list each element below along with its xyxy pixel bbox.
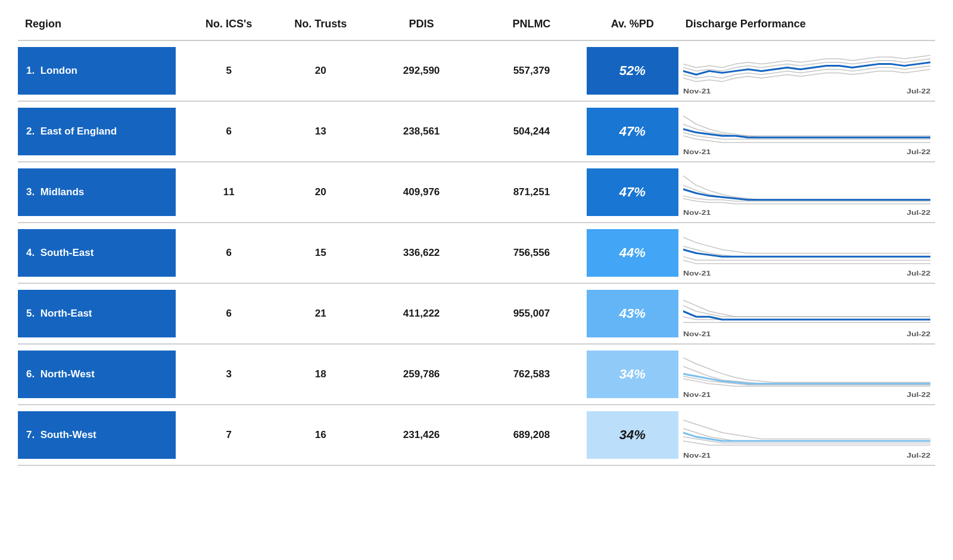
- pnlmc-cell-london: 557,379: [476, 40, 587, 101]
- region-rank: 5.: [26, 308, 41, 320]
- pdis-cell-east-of-england: 238,561: [366, 101, 476, 162]
- svg-text:Nov-21: Nov-21: [683, 452, 711, 457]
- region-rank: 1.: [26, 65, 41, 77]
- region-label-north-west: 6. North-West: [18, 351, 176, 398]
- ics-cell-london: 5: [183, 40, 275, 101]
- trusts-cell-south-east: 15: [275, 223, 366, 283]
- table-row-london: 1. London520292,590557,37952%Nov-21Jul-2…: [18, 40, 935, 101]
- table-row-south-east: 4. South-East615336,622756,55644%Nov-21J…: [18, 223, 935, 283]
- header-ics: No. ICS's: [183, 12, 275, 40]
- ics-cell-east-of-england: 6: [183, 101, 275, 162]
- chart-cell-east-of-england: Nov-21Jul-22: [678, 101, 935, 162]
- svg-text:Jul-22: Jul-22: [907, 87, 930, 93]
- region-rank: 2.: [26, 126, 41, 137]
- svg-text:Jul-22: Jul-22: [907, 330, 930, 336]
- avpd-cell-midlands: 47%: [587, 162, 678, 223]
- svg-text:Jul-22: Jul-22: [907, 452, 930, 457]
- svg-text:Jul-22: Jul-22: [907, 270, 930, 275]
- trusts-cell-east-of-england: 13: [275, 101, 366, 162]
- region-rank: 7.: [26, 429, 41, 441]
- pdis-cell-midlands: 409,976: [366, 162, 476, 223]
- region-label-north-east: 5. North-East: [18, 290, 176, 337]
- header-trusts: No. Trusts: [275, 12, 366, 40]
- svg-text:Nov-21: Nov-21: [683, 87, 711, 93]
- region-name: South-East: [41, 247, 94, 259]
- pnlmc-cell-south-west: 689,208: [476, 405, 587, 465]
- chart-cell-north-east: Nov-21Jul-22: [678, 283, 935, 344]
- pnlmc-cell-midlands: 871,251: [476, 162, 587, 223]
- region-rank: 6.: [26, 368, 41, 380]
- region-label-london: 1. London: [18, 47, 176, 95]
- avpd-box-london: 52%: [587, 47, 678, 95]
- region-name: East of England: [41, 126, 117, 137]
- svg-text:Nov-21: Nov-21: [683, 330, 711, 336]
- region-name: London: [41, 65, 77, 77]
- pnlmc-cell-north-east: 955,007: [476, 283, 587, 344]
- table-row-south-west: 7. South-West716231,426689,20834%Nov-21J…: [18, 405, 935, 465]
- pdis-cell-north-east: 411,222: [366, 283, 476, 344]
- avpd-box-north-west: 34%: [587, 351, 678, 398]
- pnlmc-cell-south-east: 756,556: [476, 223, 587, 283]
- avpd-box-south-east: 44%: [587, 229, 678, 277]
- trusts-cell-north-west: 18: [275, 344, 366, 405]
- svg-text:Jul-22: Jul-22: [907, 391, 930, 396]
- ics-cell-north-east: 6: [183, 283, 275, 344]
- table-row-east-of-england: 2. East of England613238,561504,24447%No…: [18, 101, 935, 162]
- region-name: South-West: [41, 429, 96, 441]
- pnlmc-cell-north-west: 762,583: [476, 344, 587, 405]
- avpd-cell-north-east: 43%: [587, 283, 678, 344]
- region-cell-midlands: 3. Midlands: [18, 162, 183, 223]
- region-cell-south-west: 7. South-West: [18, 405, 183, 465]
- table-row-midlands: 3. Midlands1120409,976871,25147%Nov-21Ju…: [18, 162, 935, 223]
- region-cell-south-east: 4. South-East: [18, 223, 183, 283]
- svg-text:Nov-21: Nov-21: [683, 391, 711, 396]
- avpd-cell-south-east: 44%: [587, 223, 678, 283]
- trusts-cell-south-west: 16: [275, 405, 366, 465]
- svg-text:Nov-21: Nov-21: [683, 270, 711, 275]
- trusts-cell-midlands: 20: [275, 162, 366, 223]
- region-name: North-West: [41, 368, 95, 380]
- avpd-box-midlands: 47%: [587, 168, 678, 216]
- ics-cell-south-east: 6: [183, 223, 275, 283]
- svg-text:Jul-22: Jul-22: [907, 148, 930, 154]
- table-row-north-east: 5. North-East621411,222955,00743%Nov-21J…: [18, 283, 935, 344]
- region-cell-london: 1. London: [18, 40, 183, 101]
- region-cell-east-of-england: 2. East of England: [18, 101, 183, 162]
- table-row-north-west: 6. North-West318259,786762,58334%Nov-21J…: [18, 344, 935, 405]
- chart-cell-south-east: Nov-21Jul-22: [678, 223, 935, 283]
- header-region: Region: [18, 12, 183, 40]
- header-discharge: Discharge Performance: [678, 12, 935, 40]
- header-avpd: Av. %PD: [587, 12, 678, 40]
- region-cell-north-west: 6. North-West: [18, 344, 183, 405]
- header-pdis: PDIS: [366, 12, 476, 40]
- avpd-cell-south-west: 34%: [587, 405, 678, 465]
- region-label-midlands: 3. Midlands: [18, 168, 176, 216]
- svg-text:Nov-21: Nov-21: [683, 148, 711, 154]
- pnlmc-cell-east-of-england: 504,244: [476, 101, 587, 162]
- chart-cell-midlands: Nov-21Jul-22: [678, 162, 935, 223]
- region-cell-north-east: 5. North-East: [18, 283, 183, 344]
- svg-text:Nov-21: Nov-21: [683, 209, 711, 214]
- ics-cell-midlands: 11: [183, 162, 275, 223]
- avpd-cell-london: 52%: [587, 40, 678, 101]
- pdis-cell-north-west: 259,786: [366, 344, 476, 405]
- pdis-cell-south-west: 231,426: [366, 405, 476, 465]
- avpd-box-east-of-england: 47%: [587, 108, 678, 155]
- region-label-east-of-england: 2. East of England: [18, 108, 176, 155]
- avpd-box-north-east: 43%: [587, 290, 678, 337]
- chart-cell-north-west: Nov-21Jul-22: [678, 344, 935, 405]
- pdis-cell-london: 292,590: [366, 40, 476, 101]
- region-name: Midlands: [41, 186, 85, 198]
- avpd-box-south-west: 34%: [587, 411, 678, 459]
- region-name: North-East: [41, 308, 92, 320]
- region-label-south-east: 4. South-East: [18, 229, 176, 277]
- chart-cell-south-west: Nov-21Jul-22: [678, 405, 935, 465]
- ics-cell-south-west: 7: [183, 405, 275, 465]
- pdis-cell-south-east: 336,622: [366, 223, 476, 283]
- region-rank: 3.: [26, 186, 41, 198]
- region-label-south-west: 7. South-West: [18, 411, 176, 459]
- trusts-cell-north-east: 21: [275, 283, 366, 344]
- header-pnlmc: PNLMC: [476, 12, 587, 40]
- ics-cell-north-west: 3: [183, 344, 275, 405]
- trusts-cell-london: 20: [275, 40, 366, 101]
